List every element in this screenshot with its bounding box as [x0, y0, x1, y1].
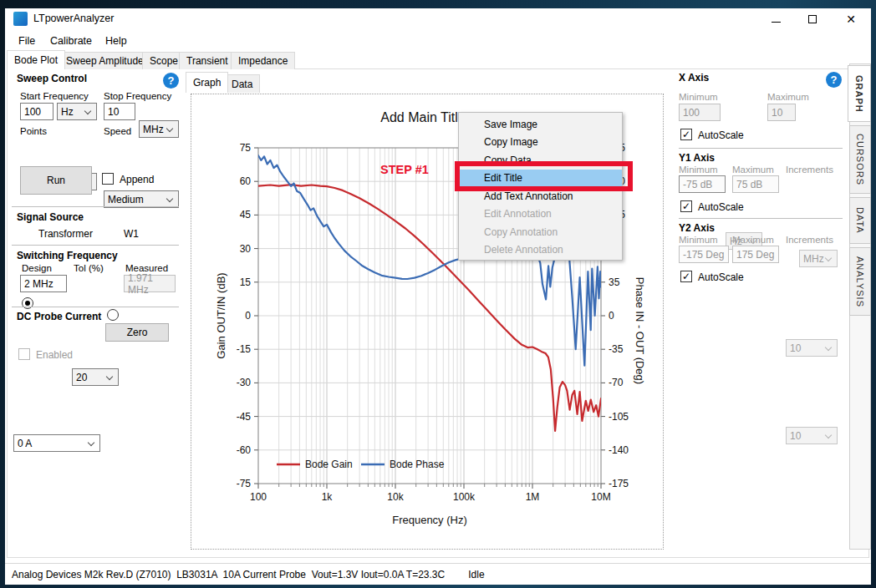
- minimize-icon: [772, 22, 781, 23]
- x-max-field: 10: [767, 104, 796, 121]
- design-label: Design: [22, 263, 52, 273]
- x-autoscale-checkbox[interactable]: ✓: [680, 129, 692, 140]
- dc-probe-title: DC Probe Current: [17, 311, 101, 322]
- status-device-info: Analog Devices M2k Rev.D (Z7010) LB3031A…: [12, 569, 445, 580]
- zero-button[interactable]: Zero: [105, 323, 169, 342]
- y2-autoscale-checkbox[interactable]: ✓: [680, 271, 692, 282]
- x-min-label: Minimum: [679, 92, 718, 102]
- menu-calibrate[interactable]: Calibrate: [43, 32, 99, 50]
- tab-bode-plot[interactable]: Bode Plot: [7, 50, 65, 69]
- tab-graph[interactable]: Graph: [186, 72, 228, 93]
- stop-frequency-label: Stop Frequency: [104, 91, 171, 101]
- chevron-down-icon: [825, 255, 832, 261]
- w1-radio[interactable]: [107, 309, 119, 321]
- append-checkbox[interactable]: [102, 173, 114, 185]
- y1-increments-value: 10: [790, 342, 801, 354]
- axis-help-icon[interactable]: ?: [826, 72, 842, 88]
- divider: [679, 148, 843, 149]
- x-tick-label: 10k: [387, 491, 404, 503]
- y1-tick-label: -30: [237, 377, 252, 388]
- sweep-help-icon[interactable]: ?: [163, 73, 179, 89]
- menu-item-delete-annotation: Delete Annotation: [459, 241, 622, 260]
- app-icon: [13, 12, 28, 26]
- x-max-label: Maximum: [767, 92, 809, 102]
- y1-tick-label: 75: [240, 142, 252, 154]
- side-tab-data[interactable]: DATA: [849, 197, 871, 244]
- x-tick-label: 100: [250, 491, 267, 503]
- start-frequency-label: Start Frequency: [20, 91, 89, 101]
- divider: [12, 245, 179, 246]
- y1-autoscale-checkbox[interactable]: ✓: [680, 200, 692, 212]
- y1-tick-label: 45: [240, 209, 252, 220]
- status-bar: Analog Devices M2k Rev.D (Z7010) LB3031A…: [5, 563, 871, 585]
- chevron-down-icon: [84, 108, 91, 114]
- tab-impedance[interactable]: Impedance: [231, 52, 295, 69]
- menu-item-copy-annotation: Copy Annotation: [459, 223, 622, 241]
- menu-item-save-image[interactable]: Save Image: [459, 115, 622, 134]
- start-frequency-unit-select[interactable]: Hz: [57, 103, 97, 120]
- y1-tick-label: 0: [245, 310, 251, 322]
- y2-max-label: Maximum: [732, 235, 774, 245]
- x-tick-label: 1k: [322, 491, 334, 503]
- tab-sweep-amplitude[interactable]: Sweep Amplitude: [59, 52, 151, 69]
- x-max-unit: MHz: [803, 253, 824, 265]
- legend-phase-label: Bode Phase: [390, 459, 445, 470]
- y2-increments-select: 10: [786, 427, 838, 444]
- maximize-button[interactable]: [794, 8, 831, 30]
- maximize-icon: [808, 15, 817, 23]
- legend-gain-label: Bode Gain: [305, 459, 353, 470]
- menu-help[interactable]: Help: [99, 32, 134, 50]
- y1-tick-label: 30: [240, 243, 252, 255]
- stop-frequency-input[interactable]: 10: [104, 103, 135, 120]
- x-axis-title: X Axis: [679, 72, 709, 84]
- y2-min-field: -175 Deg: [679, 246, 729, 263]
- close-button[interactable]: ✕: [833, 8, 869, 30]
- divider: [12, 307, 179, 307]
- transformer-label: Transformer: [38, 228, 93, 240]
- speed-select[interactable]: Medium: [104, 190, 179, 208]
- w1-label: W1: [124, 228, 139, 240]
- y2-tick-label: -70: [609, 377, 624, 388]
- menu-item-copy-image[interactable]: Copy Image: [459, 134, 622, 152]
- x-max-unit-select: MHz: [799, 250, 838, 267]
- append-label: Append: [120, 174, 154, 185]
- x-min-field: 100: [679, 104, 721, 121]
- y1-tick-label: -75: [237, 478, 252, 489]
- side-tab-graph[interactable]: GRAPH: [848, 65, 871, 122]
- y2-tick-label: -175: [609, 478, 629, 489]
- tab-data[interactable]: Data: [224, 74, 260, 93]
- side-tab-cursors[interactable]: CURSORS: [849, 125, 871, 194]
- stop-frequency-unit: MHz: [143, 124, 164, 135]
- minimize-button[interactable]: [757, 8, 794, 30]
- y1-tick-label: -15: [237, 343, 252, 355]
- speed-value: Medium: [108, 194, 144, 205]
- chevron-down-icon: [106, 373, 113, 380]
- y2-axis-title: Y2 Axis: [679, 222, 715, 234]
- status-state: Idle: [468, 569, 484, 580]
- menu-item-edit-annotation: Edit Annotation: [459, 205, 622, 224]
- chevron-down-icon: [88, 439, 94, 446]
- design-input[interactable]: 2 MHz: [20, 275, 67, 292]
- side-tab-analysis[interactable]: ANALYSIS: [849, 247, 871, 316]
- y2-max-field: 175 Deg: [732, 246, 779, 263]
- points-label: Points: [20, 126, 47, 136]
- y1-min-label: Minimum: [679, 165, 718, 175]
- close-icon: ✕: [846, 13, 856, 25]
- run-button[interactable]: Run: [20, 166, 92, 195]
- x-autoscale-label: AutoScale: [698, 129, 744, 141]
- y2-increments-value: 10: [790, 430, 801, 442]
- sweep-control-title: Sweep Control: [17, 73, 87, 84]
- stop-frequency-unit-select[interactable]: MHz: [139, 120, 179, 138]
- tol-select[interactable]: 20: [72, 368, 119, 386]
- menu-file[interactable]: File: [12, 32, 42, 50]
- y1-tick-label: 15: [240, 276, 252, 288]
- tab-transient[interactable]: Transient: [179, 52, 236, 69]
- y2-tick-label: -140: [609, 444, 629, 456]
- dc-current-select[interactable]: 0 A: [13, 434, 100, 452]
- y2-tick-label: 0: [609, 310, 614, 322]
- chevron-down-icon: [825, 344, 832, 351]
- y2-increments-label: Increments: [786, 235, 833, 245]
- start-frequency-input[interactable]: 100: [20, 103, 53, 120]
- measured-field: 1.971 MHz: [124, 275, 176, 292]
- x-tick-label: 100k: [453, 491, 476, 503]
